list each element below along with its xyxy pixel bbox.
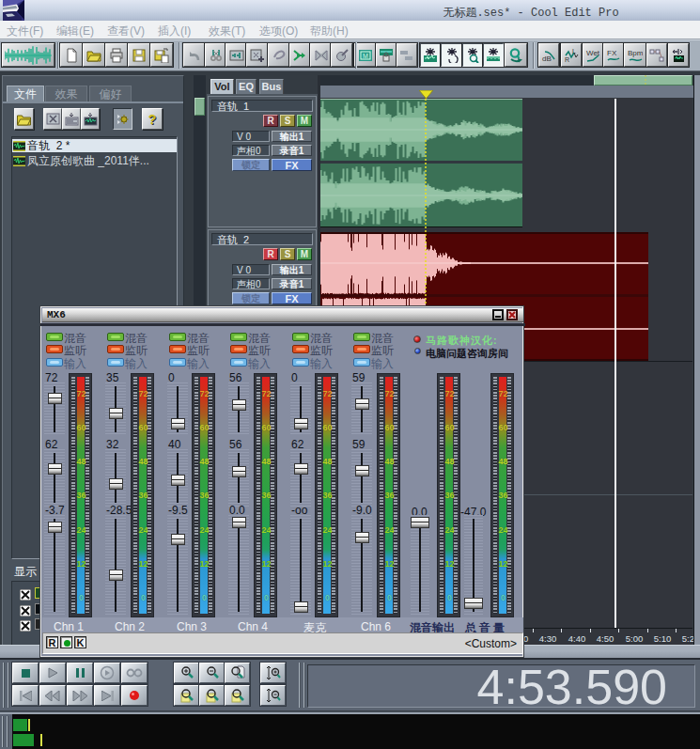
- svg-text:Bpm: Bpm: [628, 49, 643, 57]
- svg-text:R: R: [565, 56, 569, 63]
- svg-text:M: M: [363, 53, 368, 59]
- svg-text:FX: FX: [607, 49, 617, 57]
- svg-text:dB: dB: [542, 55, 552, 63]
